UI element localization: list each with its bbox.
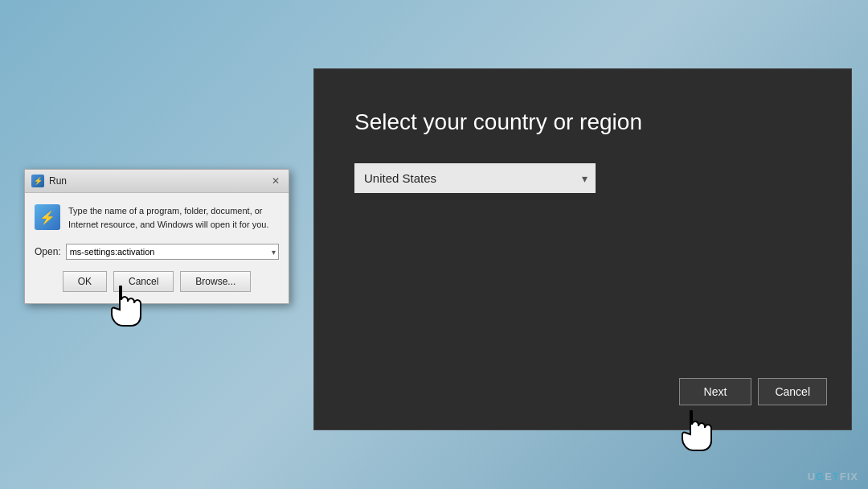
watermark-u: U (808, 471, 816, 483)
watermark: UGETFIX (808, 471, 858, 483)
country-select[interactable]: United States United Kingdom Canada Aust… (354, 163, 596, 193)
cancel-setup-button[interactable]: Cancel (758, 378, 827, 405)
run-description-row: ⚡ Type the name of a program, folder, do… (35, 204, 279, 231)
run-open-row: Open: ▾ (35, 244, 279, 260)
run-input-wrapper[interactable]: ▾ (66, 244, 279, 260)
watermark-get: G (816, 471, 825, 483)
run-dialog: ⚡ Run ✕ ⚡ Type the name of a program, fo… (24, 169, 289, 304)
setup-panel: Select your country or region United Sta… (313, 68, 852, 430)
run-big-icon: ⚡ (35, 204, 60, 230)
watermark-e: E (825, 471, 833, 483)
setup-content: Select your country or region United Sta… (314, 69, 851, 217)
run-dialog-title: Run (49, 175, 67, 187)
watermark-fix: FIX (840, 471, 858, 483)
run-description-text: Type the name of a program, folder, docu… (68, 204, 279, 231)
run-body: ⚡ Type the name of a program, folder, do… (25, 193, 289, 303)
ok-button[interactable]: OK (63, 271, 107, 292)
run-titlebar-left: ⚡ Run (31, 175, 67, 187)
dropdown-arrow-icon[interactable]: ▾ (269, 248, 278, 257)
cancel-button[interactable]: Cancel (113, 271, 174, 292)
next-button[interactable]: Next (679, 378, 752, 405)
run-input[interactable] (67, 244, 269, 259)
country-select-wrapper[interactable]: United States United Kingdom Canada Aust… (354, 163, 596, 193)
close-button[interactable]: ✕ (269, 175, 282, 187)
setup-buttons: Next Cancel (679, 378, 827, 405)
run-titlebar: ⚡ Run ✕ (25, 170, 289, 193)
setup-title: Select your country or region (354, 109, 811, 135)
run-open-label: Open: (35, 246, 61, 257)
run-app-icon: ⚡ (31, 175, 44, 187)
browse-button[interactable]: Browse... (180, 271, 251, 292)
watermark-t: T (833, 471, 840, 483)
run-action-buttons: OK Cancel Browse... (35, 271, 279, 292)
